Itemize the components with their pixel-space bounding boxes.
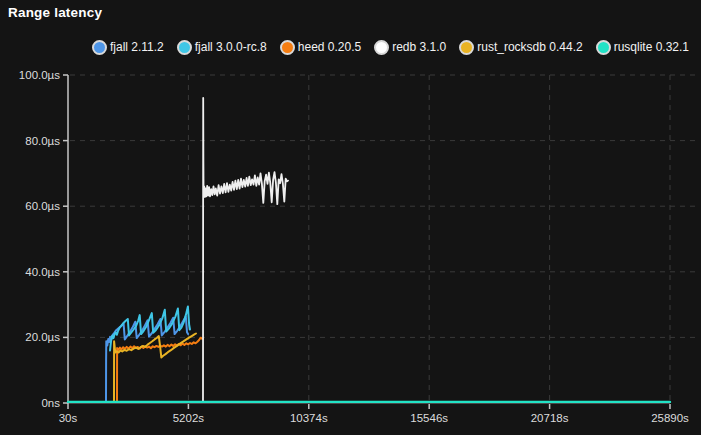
x-tick-label: 30s <box>59 412 78 424</box>
y-tick-label: 80.0µs <box>25 135 60 147</box>
x-tick-label: 25890s <box>651 412 689 424</box>
range-latency-chart-panel: Range latency fjall 2.11.2fjall 3.0.0-rc… <box>0 0 701 435</box>
y-tick-label: 0ns <box>41 397 60 409</box>
x-tick-label: 20718s <box>531 412 569 424</box>
x-tick-label: 10374s <box>290 412 328 424</box>
y-tick-label: 100.0µs <box>19 69 60 81</box>
y-tick-label: 20.0µs <box>25 331 60 343</box>
y-tick-label: 40.0µs <box>25 266 60 278</box>
chart-canvas: 0ns20.0µs40.0µs60.0µs80.0µs100.0µs30s520… <box>0 0 701 435</box>
x-tick-label: 15546s <box>410 412 448 424</box>
y-tick-label: 60.0µs <box>25 200 60 212</box>
x-tick-label: 5202s <box>173 412 205 424</box>
series-line-redb-3-1-0 <box>203 98 288 402</box>
